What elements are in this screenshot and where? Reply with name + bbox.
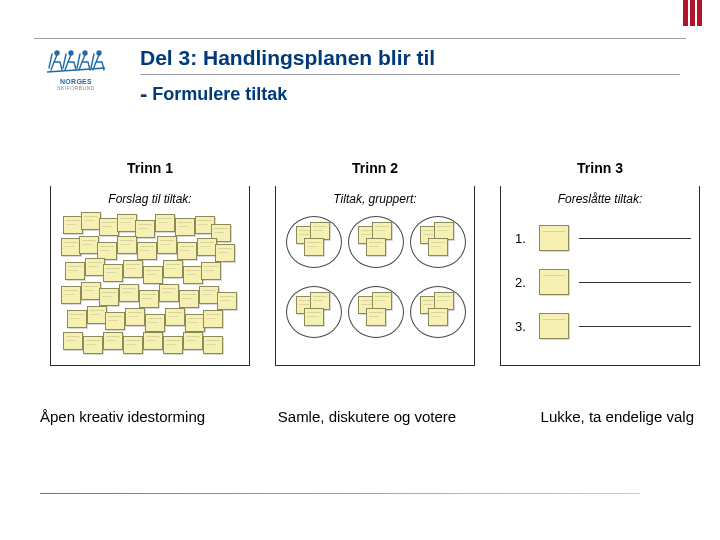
steps-row: Trinn 1 Forslag til tiltak: xyxy=(50,160,700,366)
rank-row-1: 1. xyxy=(515,216,691,260)
step-1-heading: Forslag til tiltak: xyxy=(57,192,243,206)
title-block: Del 3: Handlingsplanen blir til - Formul… xyxy=(140,46,680,107)
step-2-panel: Tiltak, gruppert: xyxy=(275,186,475,366)
step-1-panel: Forslag til tiltak: xyxy=(50,186,250,366)
step-2: Trinn 2 Tiltak, gruppert: xyxy=(275,160,475,366)
captions-row: Åpen kreativ idestorming Samle, diskuter… xyxy=(40,408,700,425)
brand-logo: NORGES SKIFORBUND xyxy=(40,48,112,91)
caption-3: Lukke, ta endelige valg xyxy=(476,408,700,425)
sticky-icon xyxy=(539,225,569,251)
caption-1: Åpen kreativ idestorming xyxy=(40,408,258,425)
brand-subname: SKIFORBUND xyxy=(40,85,112,91)
step-1-title: Trinn 1 xyxy=(50,160,250,176)
step-3-title: Trinn 3 xyxy=(500,160,700,176)
step-2-title: Trinn 2 xyxy=(275,160,475,176)
bottom-divider xyxy=(40,493,640,494)
rank-row-2: 2. xyxy=(515,260,691,304)
slide-subtitle: - Formulere tiltak xyxy=(140,75,680,107)
corner-accent-bars xyxy=(683,0,702,26)
sticky-icon xyxy=(539,269,569,295)
step-1: Trinn 1 Forslag til tiltak: xyxy=(50,160,250,366)
skiers-icon xyxy=(47,48,105,76)
caption-2: Samle, diskutere og votere xyxy=(258,408,476,425)
rank-row-3: 3. xyxy=(515,304,691,348)
top-divider xyxy=(34,38,686,39)
slide-title: Del 3: Handlingsplanen blir til xyxy=(140,46,680,75)
step-3: Trinn 3 Foreslåtte tiltak: 1. 2. 3. xyxy=(500,160,700,366)
step-3-panel: Foreslåtte tiltak: 1. 2. 3. xyxy=(500,186,700,366)
brand-name: NORGES xyxy=(40,78,112,85)
sticky-icon xyxy=(539,313,569,339)
step-3-heading: Foreslåtte tiltak: xyxy=(507,192,693,206)
rank-list: 1. 2. 3. xyxy=(515,216,691,348)
step-2-heading: Tiltak, gruppert: xyxy=(282,192,468,206)
